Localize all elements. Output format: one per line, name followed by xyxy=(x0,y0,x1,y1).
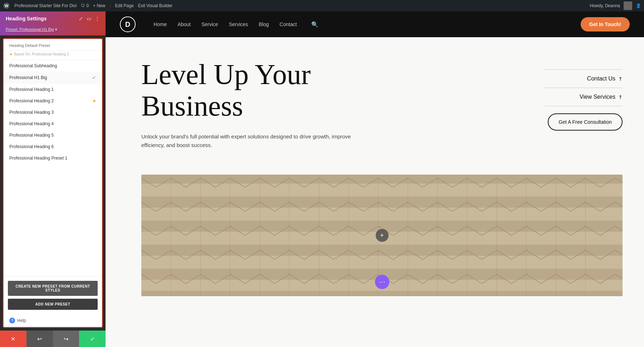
hero-subtext: Unlock your brand's full potential with … xyxy=(141,132,356,150)
preset-item-heading-preset-1[interactable]: Professional Heading Preset 1 xyxy=(4,152,102,164)
contact-us-arrow-icon: ↗ xyxy=(617,75,624,82)
panel-fullscreen-icon[interactable]: ⤢ xyxy=(79,16,83,21)
preset-item-heading-4[interactable]: Professional Heading 4 xyxy=(4,118,102,129)
view-services-link[interactable]: View Services ↗ xyxy=(544,88,623,106)
wp-logo-icon: W xyxy=(3,2,10,9)
preset-buttons: Create New Preset From Current Styles Ad… xyxy=(4,276,102,314)
svg-text:W: W xyxy=(5,4,9,8)
more-options-button[interactable]: ⋯ xyxy=(375,275,389,289)
preset-item-heading-5[interactable]: Professional Heading 5 xyxy=(4,129,102,141)
wp-admin-bar: W Professional Starter Site For Divi 🗨 0… xyxy=(0,0,644,11)
preset-item-heading-6[interactable]: Professional Heading 6 xyxy=(4,141,102,152)
create-preset-button[interactable]: Create New Preset From Current Styles xyxy=(8,281,98,296)
contact-us-label: Contact Us xyxy=(587,75,615,82)
svg-rect-3 xyxy=(141,175,623,184)
preset-item-heading-1[interactable]: Professional Heading 1 xyxy=(4,84,102,95)
site-content: Level Up Your Business Unlock your brand… xyxy=(106,37,644,347)
nav-link-services[interactable]: Services xyxy=(229,21,248,27)
hero-heading: Level Up Your Business xyxy=(141,59,544,122)
svg-rect-4 xyxy=(141,185,623,195)
preset-item-h1-big[interactable]: Professional H1 Big ✓ xyxy=(4,72,102,84)
admin-bar-comment[interactable]: 🗨 0 xyxy=(81,3,89,8)
admin-bar-exit-builder[interactable]: Exit Visual Builder xyxy=(138,3,173,8)
help-label: Help xyxy=(17,318,26,323)
preset-based-on: ★ Based On: Professional Heading 2 xyxy=(4,51,102,60)
panel-header-icons: ⤢ ▭ ⋮ xyxy=(79,16,100,21)
panel-header: Heading Settings ⤢ ▭ ⋮ xyxy=(0,11,106,26)
help-icon: ? xyxy=(9,318,15,323)
site-cta-button[interactable]: Get In Touch! xyxy=(581,17,630,31)
left-panel: Heading Settings ⤢ ▭ ⋮ Preset: Professio… xyxy=(0,11,106,347)
admin-bar-edit-page[interactable]: Edit Page xyxy=(115,3,134,8)
undo-button[interactable]: ↩ xyxy=(26,331,53,347)
panel-title: Heading Settings xyxy=(6,16,47,21)
svg-rect-13 xyxy=(141,291,623,296)
preset-check-icon: ✓ xyxy=(92,75,96,80)
bottom-toolbar: ✕ ↩ ↪ ✓ xyxy=(0,331,106,347)
nav-link-home[interactable]: Home xyxy=(153,21,167,27)
svg-rect-10 xyxy=(141,258,623,267)
preset-list: Professional Subheading Professional H1 … xyxy=(4,60,102,276)
admin-bar-site-name[interactable]: Professional Starter Site For Divi xyxy=(14,3,77,8)
nav-link-contact[interactable]: Contact xyxy=(279,21,297,27)
preset-item-heading-2[interactable]: Professional Heading 2 ★ xyxy=(4,95,102,107)
view-services-label: View Services xyxy=(580,94,615,100)
preset-item-subheading[interactable]: Professional Subheading xyxy=(4,60,102,72)
website-preview: D Home About Service Services Blog Conta… xyxy=(106,11,644,347)
hero-image: + ⋯ xyxy=(141,175,623,296)
panel-more-icon[interactable]: ⋮ xyxy=(95,16,100,21)
admin-bar-howdy: Howdy, Deanna xyxy=(590,3,620,8)
contact-us-link[interactable]: Contact Us ↗ xyxy=(544,69,623,88)
preset-star-icon: ★ xyxy=(92,98,96,103)
consultation-button[interactable]: Get A Free Consultation xyxy=(548,113,623,131)
hero-left: Level Up Your Business Unlock your brand… xyxy=(141,59,544,160)
site-search-icon[interactable]: 🔍 xyxy=(311,21,318,28)
preset-bar-label: Preset: Professional H1 Big xyxy=(6,27,54,31)
add-element-button[interactable]: + xyxy=(376,229,389,242)
preset-item-heading-3[interactable]: Professional Heading 3 xyxy=(4,107,102,118)
nav-link-blog[interactable]: Blog xyxy=(259,21,269,27)
panel-dock-icon[interactable]: ▭ xyxy=(87,16,91,21)
nav-link-about[interactable]: About xyxy=(177,21,191,27)
add-preset-button[interactable]: Add New Preset xyxy=(8,299,98,310)
preset-section-title: Heading Default Preset xyxy=(4,39,102,51)
panel-preset-bar[interactable]: Preset: Professional H1 Big ▾ xyxy=(0,26,106,35)
svg-rect-6 xyxy=(141,210,623,219)
main-layout: Heading Settings ⤢ ▭ ⋮ Preset: Professio… xyxy=(0,11,644,347)
site-navbar: D Home About Service Services Blog Conta… xyxy=(106,11,644,37)
hero-right: Contact Us ↗ View Services ↗ Get A Free … xyxy=(544,59,623,160)
site-nav-links: Home About Service Services Blog Contact… xyxy=(153,21,318,28)
admin-bar-right: Howdy, Deanna 👤 xyxy=(590,1,641,10)
save-button[interactable]: ✓ xyxy=(79,331,106,347)
admin-avatar xyxy=(624,1,632,10)
admin-bar-new[interactable]: + New xyxy=(93,3,105,8)
admin-bar-user-icon: 👤 xyxy=(636,3,641,8)
site-logo: D xyxy=(120,16,136,32)
nav-link-service[interactable]: Service xyxy=(201,21,218,27)
hero-section: Level Up Your Business Unlock your brand… xyxy=(106,37,644,175)
close-button[interactable]: ✕ xyxy=(0,331,26,347)
redo-button[interactable]: ↪ xyxy=(53,331,79,347)
view-services-arrow-icon: ↗ xyxy=(617,93,624,101)
preset-help[interactable]: ? Help xyxy=(4,314,102,327)
preset-dropdown: Heading Default Preset ★ Based On: Profe… xyxy=(3,38,103,328)
